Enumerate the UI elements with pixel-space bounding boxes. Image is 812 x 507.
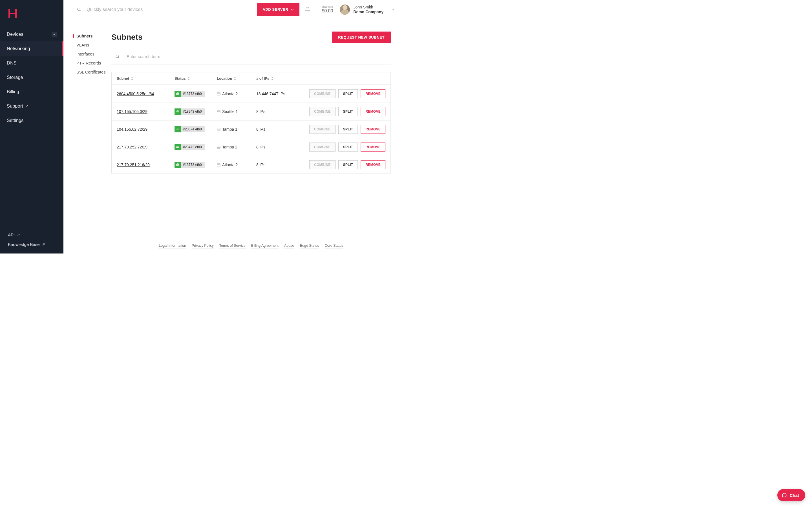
combine-button[interactable]: COMBINE xyxy=(309,89,336,98)
nav-item-storage[interactable]: Storage xyxy=(0,70,63,84)
status-ok-icon xyxy=(174,91,181,97)
external-link-icon: ↗ xyxy=(42,242,45,246)
subnet-link[interactable]: 217.79.251.216/29 xyxy=(117,163,150,167)
nav-item-support[interactable]: Support ↗ xyxy=(0,99,63,113)
nav-item-networking[interactable]: Networking xyxy=(0,41,63,56)
combine-button[interactable]: COMBINE xyxy=(309,125,336,134)
location-text: Tampa 1 xyxy=(222,127,238,131)
nav-item-settings[interactable]: Settings xyxy=(0,113,63,128)
combine-button[interactable]: COMBINE xyxy=(309,160,336,169)
table-header: Subnet Status Location # of IPs xyxy=(112,72,391,85)
datacenter-icon xyxy=(217,128,220,131)
status-text: #13773 eth0 xyxy=(183,163,202,167)
svg-rect-12 xyxy=(217,129,220,131)
global-search-input[interactable] xyxy=(87,7,257,12)
col-ips[interactable]: # of IPs xyxy=(256,76,292,80)
status-text: #20874 eth0 xyxy=(183,127,202,131)
svg-rect-15 xyxy=(217,163,220,165)
col-location[interactable]: Location xyxy=(217,76,256,80)
nav-item-devices[interactable]: Devices xyxy=(0,27,63,41)
filter-row xyxy=(111,54,391,65)
remove-button[interactable]: REMOVE xyxy=(361,160,386,169)
search-icon xyxy=(115,54,120,59)
split-button[interactable]: SPLIT xyxy=(338,125,358,134)
datacenter-icon xyxy=(217,146,220,149)
subnav-item-vlans[interactable]: VLANs xyxy=(77,41,111,50)
split-button[interactable]: SPLIT xyxy=(338,143,358,152)
footer-link[interactable]: Privacy Policy xyxy=(192,244,214,248)
footer-link[interactable]: Edge Status xyxy=(300,244,319,248)
location-text: Atlanta 2 xyxy=(222,92,238,96)
col-status[interactable]: Status xyxy=(174,76,217,80)
footer-link[interactable]: Core Status xyxy=(325,244,343,248)
user-menu[interactable]: John Smith Demo Company xyxy=(340,4,394,15)
nav-item-api[interactable]: API ↗ xyxy=(0,230,63,239)
nav-item-billing[interactable]: Billing xyxy=(0,84,63,99)
footer-link[interactable]: Terms of Service xyxy=(219,244,246,248)
split-button[interactable]: SPLIT xyxy=(338,160,358,169)
request-new-subnet-button[interactable]: REQUEST NEW SUBNET xyxy=(332,32,391,43)
subnet-link[interactable]: 217.79.252.72/29 xyxy=(117,145,147,149)
sort-icon xyxy=(234,77,236,80)
col-subnet[interactable]: Subnet xyxy=(117,76,174,80)
remove-button[interactable]: REMOVE xyxy=(361,89,386,98)
add-server-button[interactable]: ADD SERVER xyxy=(257,3,299,16)
location-text: Atlanta 2 xyxy=(222,163,238,167)
combine-button[interactable]: COMBINE xyxy=(309,143,336,152)
datacenter-icon xyxy=(217,110,220,113)
svg-rect-11 xyxy=(217,128,220,129)
subnav-item-ptr-records[interactable]: PTR Records xyxy=(77,59,111,68)
split-button[interactable]: SPLIT xyxy=(338,107,358,116)
footer-link[interactable]: Legal Information xyxy=(159,244,186,248)
bell-icon xyxy=(305,6,311,13)
table-row: 217.79.251.216/29#13773 eth0Atlanta 28 I… xyxy=(112,156,391,173)
chevron-down-icon xyxy=(291,8,294,11)
status-ok-icon xyxy=(174,144,181,150)
add-server-label: ADD SERVER xyxy=(262,7,288,11)
nav-label: Knowledge Base xyxy=(8,242,40,247)
main: ADD SERVER UNPAID $0.00 John Smith Demo … xyxy=(63,0,406,253)
status-ok-icon xyxy=(174,108,181,115)
ips-text: 8 IPs xyxy=(256,109,292,114)
table-search-input[interactable] xyxy=(126,54,180,59)
subnav-item-ssl-certificates[interactable]: SSL Certificates xyxy=(77,68,111,76)
subnet-link[interactable]: 107.155.105.0/29 xyxy=(117,109,147,114)
logo-icon xyxy=(7,8,18,19)
avatar xyxy=(340,4,350,15)
footer-link[interactable]: Abuse xyxy=(284,244,294,248)
ips-text: 8 IPs xyxy=(256,127,292,131)
location-text: Tampa 2 xyxy=(222,145,238,149)
svg-rect-13 xyxy=(217,146,220,147)
svg-rect-7 xyxy=(217,93,220,94)
svg-rect-16 xyxy=(217,165,220,166)
status-text: #18943 eth0 xyxy=(183,110,202,114)
remove-button[interactable]: REMOVE xyxy=(361,107,386,116)
table-row: 107.155.105.0/29#18943 eth0Seattle 18 IP… xyxy=(112,103,391,120)
svg-point-5 xyxy=(116,55,118,57)
nav-item-knowledge-base[interactable]: Knowledge Base ↗ xyxy=(0,239,63,249)
subnav-item-interfaces[interactable]: Interfaces xyxy=(77,50,111,59)
footer-link[interactable]: Billing Agreement xyxy=(251,244,278,248)
balance-amount: $0.00 xyxy=(322,8,333,13)
remove-button[interactable]: REMOVE xyxy=(361,125,386,134)
subnet-link[interactable]: 2604:4500:5:25e::/64 xyxy=(117,92,154,96)
notifications-button[interactable] xyxy=(299,6,316,13)
panel: Subnets REQUEST NEW SUBNET Subnet xyxy=(111,19,406,253)
remove-button[interactable]: REMOVE xyxy=(361,143,386,152)
external-link-icon: ↗ xyxy=(26,104,29,108)
nav-label: Billing xyxy=(7,89,19,94)
search-icon xyxy=(77,7,82,12)
user-name-block: John Smith Demo Company xyxy=(353,5,384,14)
status-ok-icon xyxy=(174,126,181,132)
combine-button[interactable]: COMBINE xyxy=(309,107,336,116)
subnav-item-subnets[interactable]: Subnets xyxy=(77,32,111,41)
balance-label: UNPAID xyxy=(322,5,333,8)
nav-item-dns[interactable]: DNS xyxy=(0,56,63,70)
status-pill: #18943 eth0 xyxy=(174,108,205,115)
split-button[interactable]: SPLIT xyxy=(338,89,358,98)
nav-label: Devices xyxy=(7,32,23,37)
subnet-link[interactable]: 104.156.62.72/29 xyxy=(117,127,147,131)
status-pill: #20874 eth0 xyxy=(174,126,205,132)
nav-label: DNS xyxy=(7,60,17,66)
panel-head: Subnets REQUEST NEW SUBNET xyxy=(111,32,391,43)
